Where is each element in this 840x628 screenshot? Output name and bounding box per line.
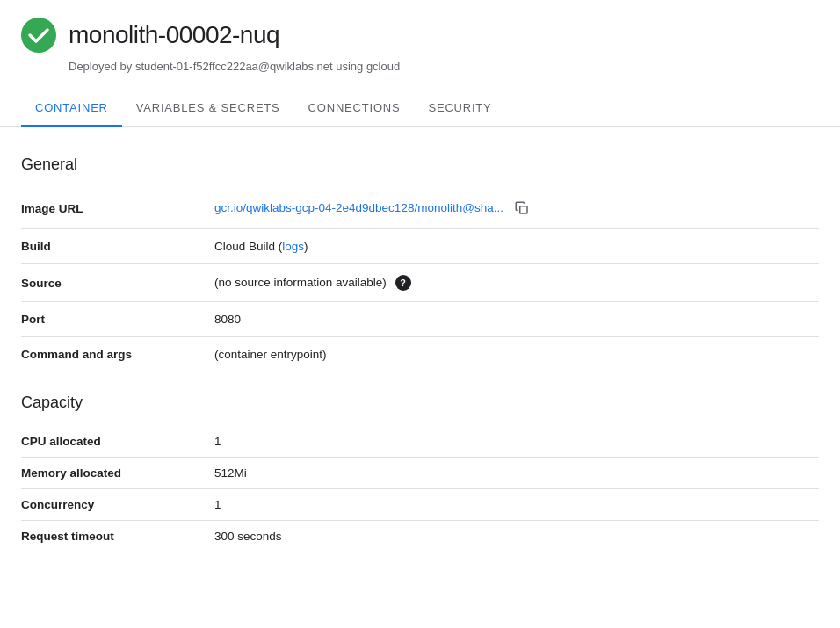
tab-variables-secrets[interactable]: VARIABLES & SECRETS	[122, 90, 294, 127]
table-row: Build Cloud Build (logs)	[21, 229, 819, 264]
build-value-prefix: Cloud Build (	[214, 240, 282, 253]
tab-container[interactable]: CONTAINER	[21, 90, 122, 127]
command-args-label: Command and args	[21, 337, 214, 372]
table-row: Request timeout 300 seconds	[21, 521, 819, 552]
source-label: Source	[21, 264, 214, 302]
source-text: (no source information available)	[214, 276, 387, 289]
image-url-value: gcr.io/qwiklabs-gcp-04-2e4d9dbec128/mono…	[214, 188, 819, 229]
memory-value: 512Mi	[214, 458, 819, 489]
table-row: Concurrency 1	[21, 489, 819, 521]
port-value: 8080	[214, 302, 819, 337]
cpu-value: 1	[214, 426, 819, 458]
table-row: Image URL gcr.io/qwiklabs-gcp-04-2e4d9db…	[21, 188, 819, 229]
request-timeout-value: 300 seconds	[214, 521, 819, 552]
command-args-value: (container entrypoint)	[214, 337, 819, 372]
build-value: Cloud Build (logs)	[214, 229, 819, 264]
concurrency-value: 1	[214, 489, 819, 521]
image-url-label: Image URL	[21, 188, 214, 229]
title-row: monolith-00002-nuq	[21, 18, 819, 53]
main-content: General Image URL gcr.io/qwiklabs-gcp-04…	[0, 127, 840, 574]
capacity-section: Capacity CPU allocated 1 Memory allocate…	[21, 393, 819, 552]
tab-bar: CONTAINER VARIABLES & SECRETS CONNECTION…	[0, 90, 840, 127]
table-row: Port 8080	[21, 302, 819, 337]
logs-link[interactable]: logs	[282, 240, 304, 253]
success-check-icon	[21, 18, 56, 53]
cpu-label: CPU allocated	[21, 426, 214, 458]
table-row: Memory allocated 512Mi	[21, 458, 819, 489]
build-value-suffix: )	[304, 240, 308, 253]
page-header: monolith-00002-nuq Deployed by student-0…	[0, 0, 840, 90]
tab-connections[interactable]: CONNECTIONS	[294, 90, 415, 127]
general-table: Image URL gcr.io/qwiklabs-gcp-04-2e4d9db…	[21, 188, 819, 372]
general-section: General Image URL gcr.io/qwiklabs-gcp-04…	[21, 155, 819, 372]
source-help-icon[interactable]: ?	[395, 275, 411, 291]
capacity-table: CPU allocated 1 Memory allocated 512Mi C…	[21, 426, 819, 552]
table-row: CPU allocated 1	[21, 426, 819, 458]
copy-image-url-button[interactable]	[511, 199, 533, 218]
svg-point-0	[21, 18, 56, 53]
general-section-title: General	[21, 155, 819, 174]
svg-rect-1	[519, 206, 526, 213]
build-label: Build	[21, 229, 214, 264]
memory-label: Memory allocated	[21, 458, 214, 489]
request-timeout-label: Request timeout	[21, 521, 214, 552]
concurrency-label: Concurrency	[21, 489, 214, 521]
copy-icon	[514, 200, 530, 216]
service-title: monolith-00002-nuq	[69, 21, 279, 49]
image-url-link[interactable]: gcr.io/qwiklabs-gcp-04-2e4d9dbec128/mono…	[214, 201, 503, 214]
source-value: (no source information available) ?	[214, 264, 819, 302]
table-row: Source (no source information available)…	[21, 264, 819, 302]
table-row: Command and args (container entrypoint)	[21, 337, 819, 372]
deployed-by-text: Deployed by student-01-f52ffcc222aa@qwik…	[69, 60, 819, 73]
tab-security[interactable]: SECURITY	[414, 90, 505, 127]
capacity-section-title: Capacity	[21, 393, 819, 412]
port-label: Port	[21, 302, 214, 337]
